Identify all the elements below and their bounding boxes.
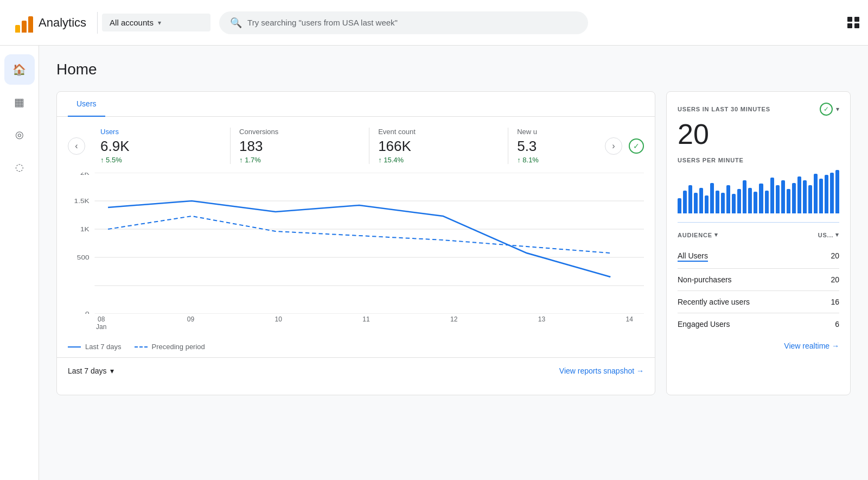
analytics-logo xyxy=(15,13,33,33)
x-label-14: 14 xyxy=(626,315,633,331)
x-label-12: 12 xyxy=(450,315,457,331)
users-per-minute-chart xyxy=(678,170,839,213)
bar-chart-bar xyxy=(710,183,714,213)
legend-dashed-line xyxy=(135,346,148,348)
check-circle-icon[interactable]: ✓ xyxy=(629,138,644,154)
non-purchasers-count: 20 xyxy=(831,275,839,284)
audience-row-recently-active: Recently active users 16 xyxy=(678,291,839,313)
users-per-minute-label: USERS PER MINUTE xyxy=(678,157,839,163)
metrics-next-arrow[interactable]: › xyxy=(605,137,622,155)
logo-bar-2 xyxy=(22,21,27,33)
bar-chart-bar xyxy=(688,185,692,213)
bar-chart-bar xyxy=(808,185,812,213)
realtime-check[interactable]: ✓ ▾ xyxy=(820,103,839,116)
audience-row-non-purchasers: Non-purchasers 20 xyxy=(678,269,839,291)
bar-chart-bar xyxy=(765,191,769,213)
date-selector[interactable]: Last 7 days ▾ xyxy=(68,367,114,375)
us-filter-btn[interactable]: US... ▾ xyxy=(818,231,839,238)
legend-last-7-label: Last 7 days xyxy=(85,343,122,351)
bar-chart-bar xyxy=(716,191,719,213)
bar-chart-bar xyxy=(781,180,785,213)
metric-conversions-change: ↑ 1.7% xyxy=(239,156,360,164)
sidebar-item-insights[interactable]: ◎ xyxy=(4,119,35,150)
bar-chart-bar xyxy=(792,183,796,213)
svg-text:500: 500 xyxy=(77,254,90,261)
date-range-label: Last 7 days xyxy=(68,367,107,375)
card-tabs: Users xyxy=(57,92,655,117)
bar-chart-bar xyxy=(814,174,818,213)
metric-event-change: ↑ 15.4% xyxy=(378,156,499,164)
chart-legend: Last 7 days Preceding period xyxy=(57,336,655,357)
insights-icon: ◎ xyxy=(15,129,24,141)
chart-baseline xyxy=(678,222,839,223)
metric-users[interactable]: Users 6.9K ↑ 5.5% xyxy=(92,128,230,164)
bar-chart-bar xyxy=(797,176,801,213)
main-analytics-card: Users ‹ Users 6.9K ↑ 5.5% Conversions 18… xyxy=(56,91,655,395)
bar-chart-bar xyxy=(830,173,834,213)
realtime-footer: View realtime → xyxy=(678,342,839,350)
legend-solid-line xyxy=(68,346,81,348)
bar-chart-bar xyxy=(705,195,709,213)
search-bar[interactable]: 🔍 Try searching "users from USA last wee… xyxy=(219,11,588,34)
account-selector[interactable]: All accounts ▾ xyxy=(102,14,210,31)
line-chart: 2K 1.5K 1K 500 0 xyxy=(68,173,644,314)
logo-bar-3 xyxy=(28,16,33,33)
x-label-10: 10 xyxy=(275,315,282,331)
audience-filter-btn[interactable]: AUDIENCE ▾ xyxy=(678,231,718,238)
logo-container: Analytics xyxy=(9,13,93,33)
x-label-11: 11 xyxy=(362,315,369,331)
bar-chart-bar xyxy=(787,189,790,213)
engaged-users-count: 6 xyxy=(835,320,839,329)
svg-text:1.5K: 1.5K xyxy=(74,198,90,204)
tab-users[interactable]: Users xyxy=(68,92,105,117)
bar-chart-bar xyxy=(748,188,752,213)
bar-chart-bar xyxy=(699,188,703,213)
view-realtime-link[interactable]: View realtime → xyxy=(784,342,839,350)
realtime-header: USERS IN LAST 30 MINUTES ✓ ▾ xyxy=(678,103,839,116)
bar-chart-bar xyxy=(819,179,823,213)
metric-conversions[interactable]: Conversions 183 ↑ 1.7% xyxy=(230,128,369,164)
metric-event-count[interactable]: Event count 166K ↑ 15.4% xyxy=(369,128,508,164)
metric-users-change: ↑ 5.5% xyxy=(100,156,221,164)
view-reports-link[interactable]: View reports snapshot → xyxy=(559,367,644,375)
bar-chart-bar xyxy=(678,198,681,213)
legend-preceding: Preceding period xyxy=(135,343,205,351)
recently-active-count: 16 xyxy=(831,298,839,306)
bar-chart-bar xyxy=(683,191,687,213)
bar-chart-bar xyxy=(726,185,730,213)
card-footer: Last 7 days ▾ View reports snapshot → xyxy=(57,357,655,384)
realtime-check-icon: ✓ xyxy=(820,103,833,116)
date-chevron-icon: ▾ xyxy=(110,367,114,375)
sidebar-item-advertising[interactable]: ◌ xyxy=(4,152,35,182)
chart-x-labels: 08 Jan 09 10 11 12 xyxy=(68,315,644,331)
realtime-count: 20 xyxy=(678,120,839,148)
main-content: Home Users ‹ Users 6.9K ↑ 5.5% Conversio… xyxy=(39,46,868,480)
bar-chart-bar xyxy=(835,170,839,213)
sidebar-item-home[interactable]: 🏠 xyxy=(4,54,35,85)
content-row: Users ‹ Users 6.9K ↑ 5.5% Conversions 18… xyxy=(56,91,851,395)
account-chevron-icon: ▾ xyxy=(158,19,161,27)
home-icon: 🏠 xyxy=(12,63,26,76)
bar-chart-bar xyxy=(721,193,725,213)
metrics-prev-arrow[interactable]: ‹ xyxy=(68,137,85,155)
bar-chart-bar xyxy=(737,189,741,213)
app-title: Analytics xyxy=(39,16,86,30)
header-right xyxy=(847,17,859,28)
bar-chart-bar xyxy=(759,184,763,213)
chart-area: 2K 1.5K 1K 500 0 08 Jan 09 xyxy=(57,164,655,336)
audience-row-all-users: All Users 20 xyxy=(678,245,839,269)
metric-new-change: ↑ 8.1% xyxy=(517,156,590,164)
bar-chart-bar xyxy=(732,194,736,213)
x-label-09: 09 xyxy=(187,315,194,331)
reports-icon: ▦ xyxy=(14,96,24,109)
metric-new-label: New u xyxy=(517,128,590,136)
sidebar-item-reports[interactable]: ▦ xyxy=(4,87,35,117)
realtime-dropdown-chevron: ▾ xyxy=(836,105,839,113)
metric-new-users[interactable]: New u 5.3 ↑ 8.1% xyxy=(508,128,598,164)
realtime-card: USERS IN LAST 30 MINUTES ✓ ▾ 20 USERS PE… xyxy=(666,91,851,395)
sidebar: 🏠 ▦ ◎ ◌ xyxy=(0,46,39,480)
apps-grid-icon[interactable] xyxy=(847,17,859,28)
us-label: US... xyxy=(818,232,833,238)
all-users-label: All Users xyxy=(678,251,708,262)
bar-chart-bar xyxy=(743,180,746,213)
